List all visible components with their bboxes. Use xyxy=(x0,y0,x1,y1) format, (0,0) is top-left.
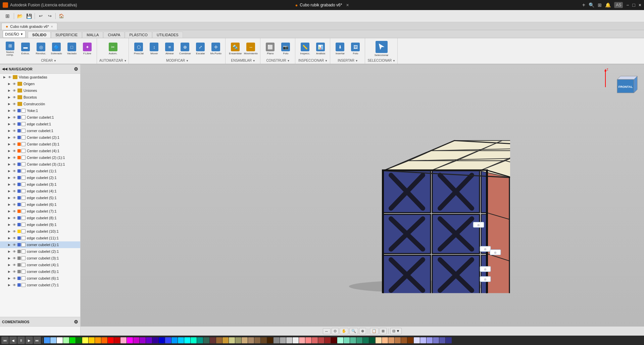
eye-center1-icon[interactable]: 👁 xyxy=(12,116,17,119)
color-chip-23[interactable] xyxy=(184,337,190,343)
eye-origen-icon[interactable]: 👁 xyxy=(12,82,17,86)
playback-prev-btn[interactable]: ◀ xyxy=(9,337,17,344)
eye-corner41-icon[interactable]: 👁 xyxy=(12,263,17,267)
color-chip-44[interactable] xyxy=(318,337,324,343)
color-chip-11[interactable] xyxy=(108,337,114,343)
color-chip-42[interactable] xyxy=(305,337,311,343)
eye-corner61-icon[interactable]: 👁 xyxy=(12,277,17,280)
expand-edge41-icon[interactable]: ▶ xyxy=(7,189,11,193)
eye-construccion-icon[interactable]: 👁 xyxy=(12,102,17,106)
color-chip-4[interactable] xyxy=(63,337,69,343)
expand-center21-icon[interactable]: ▶ xyxy=(7,156,11,159)
eye-edge11-icon[interactable]: 👁 xyxy=(12,169,17,173)
playback-start-btn[interactable]: ⏮ xyxy=(1,337,9,344)
file-tab-close[interactable]: × xyxy=(51,25,53,28)
app-menu-btn[interactable]: ⊞ xyxy=(3,12,12,20)
maximize-btn[interactable]: □ xyxy=(632,2,635,8)
nav-item-center21[interactable]: ▶ 👁 Center cubelet (2) (1):1 xyxy=(0,154,80,161)
eye-vistas-icon[interactable]: 👁 xyxy=(7,75,12,79)
color-chip-49[interactable] xyxy=(350,337,356,343)
eye-center3-icon[interactable]: 👁 xyxy=(12,142,17,146)
color-chip-7[interactable] xyxy=(82,337,88,343)
expand-edge51-icon[interactable]: ▶ xyxy=(7,196,11,199)
color-chip-36[interactable] xyxy=(267,337,273,343)
nav-item-construccion[interactable]: ▶ 👁 Construcción xyxy=(0,101,80,107)
view-zoom-fit-btn[interactable]: ⊕ xyxy=(359,328,366,334)
eye-corner51-icon[interactable]: 👁 xyxy=(12,270,17,274)
comments-settings-icon[interactable]: ⚙ xyxy=(74,319,78,325)
combinar-btn[interactable]: ⊕ Combinar xyxy=(178,40,192,58)
viewport[interactable]: ⊡ ⊡ ⊡ ⊡ ⊡ FRONTAL Z xyxy=(81,64,644,336)
expand-corner1-icon[interactable]: ▶ xyxy=(7,129,11,132)
color-chip-14[interactable] xyxy=(127,337,133,343)
color-chip-37[interactable] xyxy=(274,337,280,343)
color-chip-3[interactable] xyxy=(57,337,63,343)
expand-corner51-icon[interactable]: ▶ xyxy=(7,270,11,273)
expand-uniones-icon[interactable]: ▶ xyxy=(7,89,11,92)
color-chip-28[interactable] xyxy=(216,337,222,343)
view-pan-btn[interactable]: ✋ xyxy=(340,328,348,334)
expand-vistas-icon[interactable]: ▶ xyxy=(2,75,7,79)
color-chip-5[interactable] xyxy=(69,337,76,343)
eye-yoke-icon[interactable]: 👁 xyxy=(12,109,17,113)
expand-yoke-icon[interactable]: ▶ xyxy=(7,109,11,112)
color-chip-2[interactable] xyxy=(50,337,56,343)
color-chip-45[interactable] xyxy=(325,337,331,343)
eye-corner1-icon[interactable]: 👁 xyxy=(12,129,17,133)
search-icon[interactable]: 🔍 xyxy=(589,2,594,8)
view-zoom-btn[interactable]: 🔍 xyxy=(349,328,358,334)
nav-item-yoke[interactable]: ▶ 👁 Yoke:1 xyxy=(0,107,80,114)
tab-malla[interactable]: MALLA xyxy=(82,32,103,38)
nav-item-corner31[interactable]: ▶ 👁 corner cubelet (3):1 xyxy=(0,255,80,262)
vaciado-btn[interactable]: □ Vaciado xyxy=(64,40,79,58)
expand-corner71-icon[interactable]: ▶ xyxy=(7,283,11,287)
analisis-btn[interactable]: 📊 Análisis xyxy=(313,40,328,58)
color-chip-21[interactable] xyxy=(171,337,178,343)
user-avatar[interactable]: AS xyxy=(614,2,623,8)
color-chip-55[interactable] xyxy=(388,337,394,343)
color-chip-39[interactable] xyxy=(286,337,292,343)
expand-center2-icon[interactable]: ▶ xyxy=(7,136,11,139)
close-btn[interactable]: × xyxy=(639,2,641,8)
color-chip-62[interactable] xyxy=(433,337,439,343)
alinear-btn[interactable]: ≡ Alinear xyxy=(162,40,177,58)
color-chip-30[interactable] xyxy=(229,337,235,343)
color-chip-57[interactable] xyxy=(401,337,407,343)
color-chip-56[interactable] xyxy=(395,337,401,343)
eye-uniones-icon[interactable]: 👁 xyxy=(12,89,17,93)
expand-center1-icon[interactable]: ▶ xyxy=(7,116,11,119)
escalar-btn[interactable]: ⤢ Escalar xyxy=(193,40,208,58)
expand-construccion-icon[interactable]: ▶ xyxy=(7,102,11,106)
mover-btn[interactable]: ↕ Mover xyxy=(147,40,161,58)
save-btn[interactable]: 💾 xyxy=(25,12,33,20)
close-file-btn[interactable]: × xyxy=(346,2,349,8)
expand-bocetos-icon[interactable]: ▶ xyxy=(7,96,11,99)
foto-btn[interactable]: 🖼 Foto xyxy=(348,40,363,58)
nav-item-vistas[interactable]: ▶ 👁 Vistas guardadas xyxy=(0,74,80,80)
color-chip-15[interactable] xyxy=(133,337,139,343)
color-chip-32[interactable] xyxy=(242,337,248,343)
color-chip-43[interactable] xyxy=(312,337,318,343)
presionar-btn[interactable]: ⬡ Pres/Jal xyxy=(131,40,146,58)
new-tab-btn[interactable]: + xyxy=(582,2,585,8)
color-chip-47[interactable] xyxy=(337,337,343,343)
eye-edge91-icon[interactable]: 👁 xyxy=(12,223,17,227)
color-chip-12[interactable] xyxy=(114,337,120,343)
view-grid-btn[interactable]: ⊞ xyxy=(380,328,387,334)
view-mode-btn[interactable]: ⊟ ▼ xyxy=(390,328,402,334)
color-chip-48[interactable] xyxy=(344,337,350,343)
fotografia-btn[interactable]: 📷 Foto xyxy=(278,40,293,58)
nav-item-corner41[interactable]: ▶ 👁 corner cubelet (4):1 xyxy=(0,262,80,268)
viewcube[interactable]: FRONTAL xyxy=(610,68,641,98)
tab-chapa[interactable]: CHAPA xyxy=(103,32,125,38)
eye-center4-icon[interactable]: 👁 xyxy=(12,149,17,153)
expand-origen-icon[interactable]: ▶ xyxy=(7,82,11,85)
nav-item-corner21[interactable]: ▶ 👁 corner cubelet (2):1 xyxy=(0,248,80,255)
expand-edge111-icon[interactable]: ▶ xyxy=(7,236,11,240)
view-orbit-btn[interactable]: ⊙ xyxy=(332,328,339,334)
playback-end-btn[interactable]: ⏭ xyxy=(34,337,41,344)
expand-edge61-icon[interactable]: ▶ xyxy=(7,203,11,206)
nav-item-edge91[interactable]: ▶ 👁 edge cubelet (9):1 xyxy=(0,221,80,228)
color-chip-51[interactable] xyxy=(363,337,369,343)
design-dropdown[interactable]: DISEÑO ▼ xyxy=(3,31,26,38)
